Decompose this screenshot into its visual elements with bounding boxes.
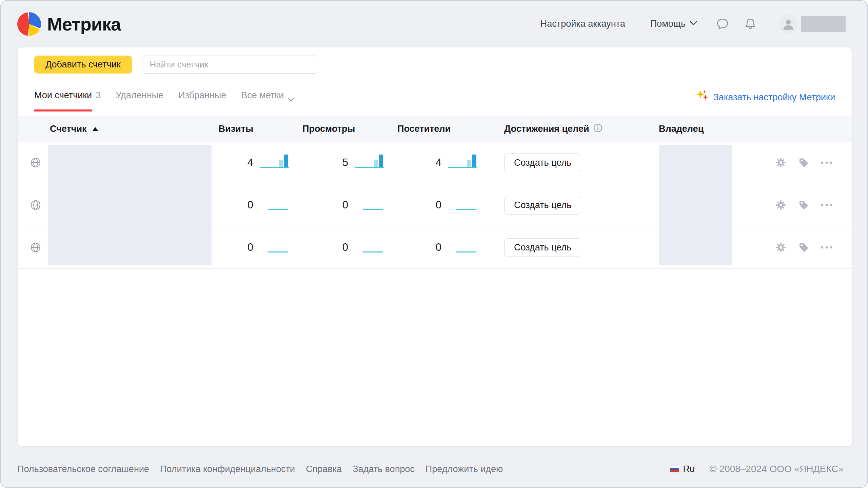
- tab-label: Все метки: [241, 89, 284, 111]
- chat-icon[interactable]: [716, 18, 729, 30]
- metrika-logo-icon: [17, 12, 41, 36]
- visitors-sparkline: [441, 155, 491, 170]
- account-settings-link[interactable]: Настройка аккаунта: [540, 19, 625, 29]
- order-setup-label: Заказать настройку Метрики: [713, 91, 835, 103]
- more-icon[interactable]: [821, 161, 833, 164]
- column-header-goals[interactable]: Достижения целей: [491, 123, 647, 135]
- bell-icon[interactable]: [744, 18, 757, 30]
- logo-text: Метрика: [47, 14, 121, 35]
- create-goal-button[interactable]: Создать цель: [504, 154, 581, 172]
- username-redacted[interactable]: [801, 16, 846, 32]
- visits-sparkline: [253, 197, 302, 213]
- column-header-owner[interactable]: Владелец: [647, 124, 735, 134]
- gear-icon[interactable]: [775, 157, 787, 168]
- tab-my-counters[interactable]: Мои счетчики 3: [34, 89, 101, 111]
- chevron-down-icon: [288, 93, 294, 111]
- column-label: Счетчик: [50, 124, 87, 134]
- visits-sparkline: [253, 155, 302, 170]
- search-counter-input[interactable]: [142, 56, 319, 74]
- counter-names-redacted: [48, 145, 212, 265]
- gear-icon[interactable]: [775, 242, 787, 253]
- globe-icon: [18, 242, 48, 253]
- tab-label: Удаленные: [116, 89, 163, 111]
- create-goal-button[interactable]: Создать цель: [504, 196, 581, 215]
- views-value: 0: [302, 241, 348, 253]
- tabs-row: Мои счетчики 3 Удаленные Избранные Все м…: [18, 89, 852, 111]
- tab-count-badge: 3: [96, 89, 101, 111]
- order-metrika-setup-link[interactable]: Заказать настройку Метрики: [696, 89, 835, 105]
- visits-sparkline: [253, 240, 302, 255]
- views-value: 0: [302, 199, 348, 211]
- views-sparkline: [348, 155, 397, 170]
- info-icon[interactable]: [593, 123, 603, 135]
- visits-value: 0: [218, 241, 253, 253]
- language-selector[interactable]: Ru: [683, 464, 695, 474]
- footer-link-ask-question[interactable]: Задать вопрос: [353, 464, 415, 474]
- page-footer: Пользовательское соглашение Политика кон…: [17, 459, 844, 479]
- footer-link-privacy-policy[interactable]: Политика конфиденциальности: [160, 464, 295, 474]
- footer-link-suggest-idea[interactable]: Предложить идею: [426, 464, 503, 474]
- copyright-text: © 2008–2024 ООО «ЯНДЕКС»: [710, 464, 844, 474]
- avatar[interactable]: [778, 14, 798, 34]
- table-header: Счетчик Визиты Просмотры Посетители Дост…: [18, 116, 852, 142]
- more-icon[interactable]: [821, 246, 833, 249]
- tabs: Мои счетчики 3 Удаленные Избранные Все м…: [34, 89, 309, 111]
- column-header-visitors[interactable]: Посетители: [397, 124, 441, 134]
- flag-ru-icon: [670, 466, 679, 472]
- views-value: 5: [302, 157, 348, 169]
- tab-favorites[interactable]: Избранные: [178, 89, 226, 111]
- footer-links: Пользовательское соглашение Политика кон…: [17, 464, 503, 474]
- visitors-sparkline: [441, 197, 491, 213]
- visitors-value: 0: [397, 199, 441, 211]
- sort-asc-icon: [92, 127, 98, 131]
- visits-value: 0: [218, 199, 253, 211]
- metrika-counters-page: Метрика Настройка аккаунта Помощь: [0, 0, 868, 488]
- globe-icon: [18, 157, 48, 168]
- more-icon[interactable]: [821, 203, 833, 207]
- sparkle-icon: [696, 89, 709, 105]
- column-header-visits[interactable]: Визиты: [218, 124, 253, 134]
- tag-icon[interactable]: [798, 157, 809, 168]
- column-header-counter[interactable]: Счетчик: [18, 124, 218, 134]
- table-body: 4 5 4 Создать цель: [18, 142, 852, 269]
- visits-value: 4: [218, 157, 253, 169]
- tab-label: Мои счетчики: [34, 89, 92, 111]
- tag-icon[interactable]: [798, 200, 809, 210]
- metrika-logo[interactable]: Метрика: [17, 12, 121, 36]
- footer-right: Ru © 2008–2024 ООО «ЯНДЕКС»: [670, 464, 844, 474]
- create-goal-button[interactable]: Создать цель: [504, 238, 581, 257]
- top-header: Метрика Настройка аккаунта Помощь: [1, 1, 867, 47]
- tag-icon[interactable]: [798, 242, 809, 253]
- counters-toolbar: Добавить счетчик: [18, 47, 852, 74]
- column-header-views[interactable]: Просмотры: [302, 124, 348, 134]
- gear-icon[interactable]: [775, 199, 787, 211]
- footer-link-user-agreement[interactable]: Пользовательское соглашение: [17, 464, 149, 474]
- owners-redacted: [659, 145, 732, 265]
- visitors-value: 4: [397, 157, 441, 169]
- views-sparkline: [348, 240, 397, 255]
- add-counter-button[interactable]: Добавить счетчик: [34, 56, 132, 74]
- visitors-sparkline: [441, 240, 491, 255]
- counters-card: Добавить счетчик Мои счетчики 3 Удаленны…: [17, 47, 852, 447]
- counters-table: Счетчик Визиты Просмотры Посетители Дост…: [18, 116, 852, 269]
- globe-icon: [18, 199, 48, 211]
- help-menu[interactable]: Помощь: [650, 19, 697, 29]
- footer-link-help[interactable]: Справка: [306, 464, 342, 474]
- header-actions: Настройка аккаунта Помощь: [540, 14, 846, 34]
- tab-label: Избранные: [178, 89, 226, 111]
- column-label: Достижения целей: [504, 124, 589, 134]
- chevron-down-icon: [690, 21, 697, 27]
- help-label: Помощь: [650, 19, 686, 29]
- tab-deleted[interactable]: Удаленные: [116, 89, 163, 111]
- views-sparkline: [348, 197, 397, 213]
- visitors-value: 0: [397, 241, 441, 253]
- tab-all-labels[interactable]: Все метки: [241, 89, 294, 111]
